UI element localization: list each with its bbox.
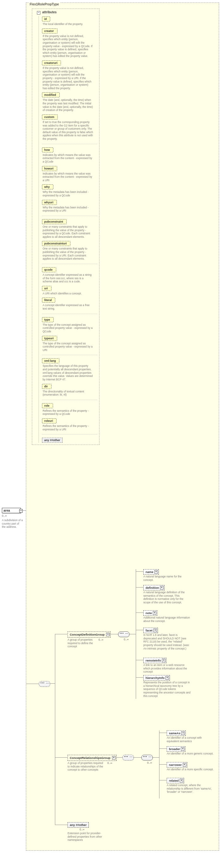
- attribute-item: creatorIf the property value is not defi…: [42, 28, 97, 58]
- group-description: A group of properties required to indica…: [68, 762, 105, 772]
- element-label: note: [146, 611, 152, 615]
- element-facet[interactable]: facet+: [143, 628, 158, 633]
- attribute-custom[interactable]: custom: [42, 115, 58, 120]
- attribute-description: Why the metadata has been included - exp…: [43, 206, 93, 213]
- attribute-description: The date (and, optionally, the time) whe…: [43, 98, 93, 112]
- expand-icon[interactable]: +: [160, 586, 163, 589]
- attribute-xml-lang[interactable]: xml:lang: [42, 358, 59, 363]
- attribute-item: dirThe directionality of textual content…: [42, 384, 97, 397]
- attribute-description: Specifies the language of this property …: [43, 364, 93, 381]
- attribute-pubconstrainturi[interactable]: pubconstrainturi: [42, 241, 70, 246]
- element-label: remoteInfo: [146, 659, 161, 662]
- group-concept-relationships[interactable]: ConceptRelationshipsGroup +: [68, 755, 116, 761]
- root-element-area[interactable]: area −: [2, 508, 21, 513]
- sequence-compositor[interactable]: [39, 681, 50, 687]
- element-note[interactable]: note+: [143, 610, 157, 616]
- element-sameAs[interactable]: sameAs+: [167, 731, 186, 736]
- attribute-item: typeuriThe type of the concept assigned …: [42, 336, 97, 352]
- attribute-why[interactable]: why: [42, 184, 53, 189]
- element-label: broader: [169, 747, 180, 751]
- connector: [159, 764, 167, 765]
- connector: [19, 510, 26, 511]
- group-occurrence: 0..∞: [107, 762, 112, 765]
- any-other-label: any ##other: [70, 823, 86, 827]
- element-broader[interactable]: broader+: [167, 746, 185, 752]
- element-label: definition: [146, 586, 159, 589]
- attribute-description: One or many constraints that apply to pu…: [43, 225, 93, 239]
- sequence-compositor[interactable]: [122, 755, 134, 761]
- attributes-header[interactable]: − attributes: [36, 10, 58, 14]
- attribute-whyuri[interactable]: whyuri: [42, 200, 57, 205]
- expand-icon[interactable]: +: [183, 763, 186, 767]
- connector: [136, 587, 143, 588]
- divider: [42, 216, 97, 216]
- element-name[interactable]: name+: [143, 569, 159, 575]
- any-other-element[interactable]: any ##other: [68, 822, 89, 828]
- expand-icon[interactable]: +: [181, 732, 185, 735]
- attribute-item: pubconstrainturiOne or many constraints …: [42, 241, 97, 260]
- element-label: hierarchyInfo: [146, 676, 164, 680]
- connector: [55, 634, 55, 825]
- element-narrower[interactable]: narrower+: [167, 762, 187, 768]
- attribute-dir[interactable]: dir: [42, 384, 51, 389]
- expand-icon[interactable]: +: [153, 611, 156, 615]
- root-description: A subdivision of a country part of the a…: [2, 519, 23, 529]
- attribute-howuri[interactable]: howuri: [42, 166, 57, 171]
- expand-icon[interactable]: +: [165, 676, 169, 680]
- element-description: A related concept, where the relationshi…: [167, 783, 214, 794]
- attribute-typeuri[interactable]: typeuri: [42, 336, 57, 341]
- expand-icon[interactable]: +: [153, 629, 157, 632]
- sequence-range: 0..∞: [147, 761, 152, 764]
- attribute-uri[interactable]: uri: [42, 286, 51, 291]
- attribute-item: typeThe type of the concept assigned as …: [42, 317, 97, 333]
- element-label: narrower: [169, 763, 182, 767]
- type-title: Flex1RolePropType: [29, 3, 60, 6]
- collapse-icon[interactable]: −: [37, 11, 40, 14]
- expand-icon[interactable]: +: [162, 659, 165, 662]
- attribute-item: idThe local identifier of the property.: [42, 17, 97, 26]
- group-label: ConceptDefinitionGroup: [70, 633, 105, 636]
- attribute-description: The type of the concept assigned as cont…: [43, 342, 93, 352]
- attribute-item: customIf set to true the corresponding p…: [42, 115, 97, 141]
- attribute-id[interactable]: id: [42, 17, 50, 22]
- attribute-item: uriA URI which identifies a concept.: [42, 286, 97, 295]
- connector: [136, 569, 136, 699]
- element-related[interactable]: related+: [167, 778, 184, 783]
- attribute-item: howIndicates by which means the value wa…: [42, 147, 97, 163]
- attribute-description: Refines the semantics of the property - …: [43, 424, 93, 431]
- attribute-description: The directionality of textual content (e…: [43, 390, 93, 397]
- attribute-description: The local identifier of the property.: [43, 23, 93, 26]
- element-description: An identifier of a more specific concept…: [167, 768, 214, 771]
- attribute-role[interactable]: role: [42, 403, 53, 408]
- attribute-qcode[interactable]: qcode: [42, 267, 56, 272]
- element-hierarchyInfo[interactable]: hierarchyInfo+: [143, 675, 170, 681]
- sequence-compositor[interactable]: [118, 631, 130, 637]
- attribute-pubconstraint[interactable]: pubconstraint: [42, 219, 67, 224]
- element-description: A link to an item or a web resource whic…: [143, 663, 191, 674]
- sequence-compositor[interactable]: [141, 755, 153, 761]
- any-other-attribute[interactable]: any ##other: [42, 438, 63, 443]
- element-description: A natural language definition of the sem…: [143, 591, 191, 604]
- expand-icon[interactable]: +: [154, 570, 158, 574]
- attribute-item: whyWhy the metadata has been included - …: [42, 184, 97, 197]
- connector: [26, 684, 39, 684]
- attribute-type[interactable]: type: [42, 317, 54, 322]
- divider: [42, 434, 97, 434]
- element-remoteInfo[interactable]: remoteInfo+: [143, 658, 167, 663]
- group-concept-definition[interactable]: ConceptDefinitionGroup +: [68, 631, 110, 638]
- attributes-container: − attributes idThe local identifier of t…: [32, 8, 100, 445]
- attribute-description: A concept identifier expressed as a stri…: [43, 273, 93, 283]
- attribute-creatoruri[interactable]: creatoruri: [42, 60, 61, 65]
- attribute-how[interactable]: how: [42, 147, 53, 152]
- attribute-creator[interactable]: creator: [42, 28, 58, 33]
- attribute-roleuri[interactable]: roleuri: [42, 418, 57, 424]
- divider: [42, 400, 97, 400]
- attribute-modified[interactable]: modified: [42, 92, 60, 97]
- connector: [136, 630, 143, 630]
- expand-icon[interactable]: +: [180, 779, 183, 782]
- expand-icon[interactable]: +: [106, 633, 110, 636]
- attribute-literal[interactable]: literal: [42, 298, 55, 303]
- expand-icon[interactable]: +: [181, 747, 184, 751]
- expand-icon[interactable]: +: [112, 756, 116, 760]
- element-definition[interactable]: definition+: [143, 585, 164, 590]
